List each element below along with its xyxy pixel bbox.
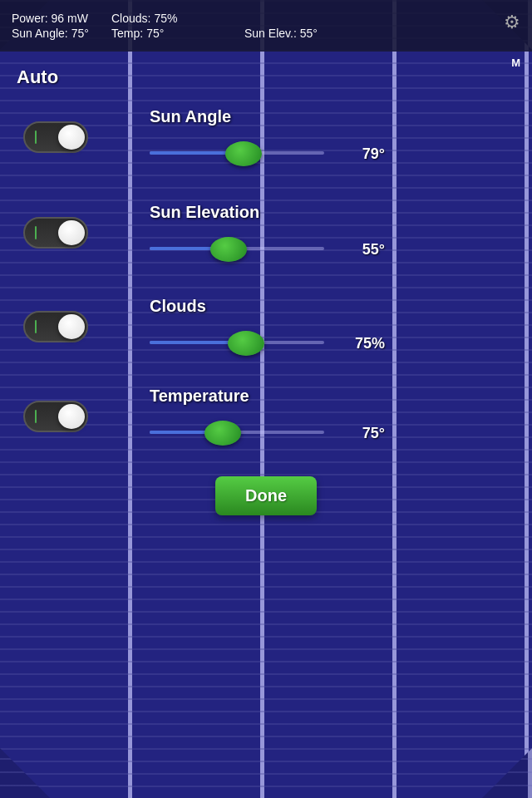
toggle-knob-3 [58, 314, 85, 339]
temperature-track[interactable] [150, 431, 324, 436]
power-label: Power: [12, 12, 48, 25]
toggle-line-3 [35, 320, 37, 333]
sun-angle-status: Sun Angle: 75° [12, 27, 111, 40]
sun-angle-title: Sun Angle [150, 107, 231, 126]
temperature-section: Temperature 75° [0, 379, 532, 454]
sun-angle-thumb[interactable] [225, 141, 262, 166]
sun-elev-status: Sun Elev.: 55° [244, 27, 344, 40]
sun-angle-label: Sun Angle: [12, 27, 68, 40]
power-status: Power: 96 mW [12, 12, 111, 25]
done-button[interactable]: Done [215, 476, 317, 515]
temperature-slider-area: 75° [150, 425, 532, 442]
sun-angle-section: Sun Angle 79° [0, 100, 532, 175]
toggle-knob-4 [58, 404, 85, 429]
clouds-track[interactable] [150, 341, 324, 346]
clouds-thumb[interactable] [228, 331, 264, 356]
auto-label: Auto [17, 66, 58, 88]
temperature-thumb[interactable] [204, 421, 241, 446]
clouds-value: 75% [154, 12, 177, 25]
toggle-line-4 [35, 410, 37, 423]
sun-elevation-value: 55° [339, 241, 385, 259]
sun-elevation-title: Sun Elevation [150, 203, 259, 222]
toggle-knob-2 [58, 220, 85, 245]
settings-icon[interactable]: ⚙ [504, 12, 520, 33]
sun-elev-value: 55° [300, 27, 318, 40]
sun-angle-value: 79° [339, 145, 385, 163]
m-marker: M [511, 57, 520, 69]
sun-elevation-section: Sun Elevation 55° [0, 195, 532, 270]
clouds-label: Clouds: [111, 12, 150, 25]
temperature-value: 75° [339, 425, 385, 442]
clouds-title: Clouds [150, 297, 206, 316]
toggle-knob [58, 125, 85, 150]
sun-elev-label: Sun Elev.: [244, 27, 297, 40]
clouds-value: 75% [339, 335, 385, 352]
sun-elevation-slider-area: 55° [150, 241, 532, 259]
sun-elevation-thumb[interactable] [210, 237, 247, 262]
temperature-toggle[interactable] [23, 401, 88, 432]
temp-value: 75° [146, 27, 164, 40]
temp-label: Temp: [111, 27, 143, 40]
temp-status: Temp: 75° [111, 27, 244, 40]
status-bar: Power: 96 mW Clouds: 75% Sun Angle: 75° … [0, 0, 532, 52]
clouds-slider-area: 75% [150, 335, 532, 352]
sun-angle-value: 75° [71, 27, 89, 40]
clouds-section: Clouds 75% [0, 289, 532, 364]
sun-elevation-toggle[interactable] [23, 217, 88, 249]
clouds-status: Clouds: 75% [111, 12, 244, 25]
toggle-line-2 [35, 226, 37, 239]
sun-angle-slider-area: 79° [150, 145, 532, 163]
sun-angle-track[interactable] [150, 151, 324, 156]
sun-angle-toggle[interactable] [23, 121, 88, 153]
temperature-title: Temperature [150, 387, 249, 406]
clouds-toggle[interactable] [23, 311, 88, 342]
sun-elevation-track[interactable] [150, 247, 324, 252]
power-value: 96 mW [52, 12, 88, 25]
toggle-line [35, 131, 37, 144]
